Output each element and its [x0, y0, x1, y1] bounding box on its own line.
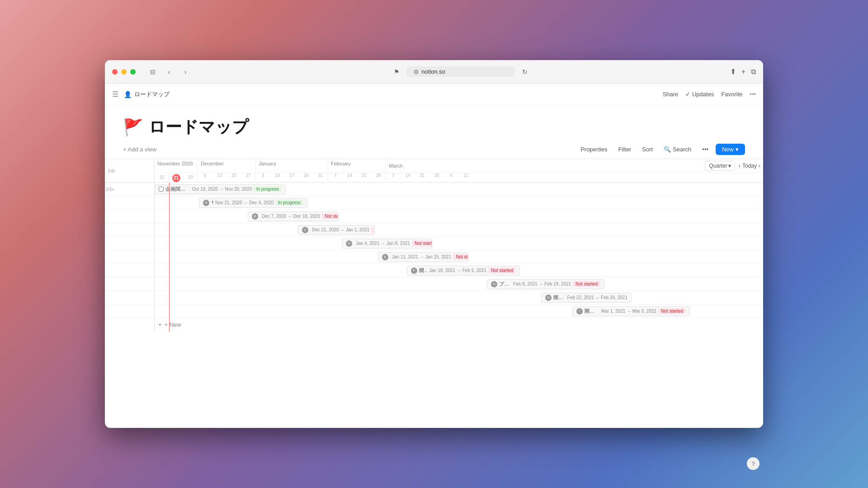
timeline-bars-area: ▷▷ 企画関連の記事を30件書く Oct 19, 2020 → Nov 20, … — [105, 183, 763, 332]
row-content-3: B プロダクト開発実践ガイドの企画編を書く Dec 7, 2020 → Dec … — [155, 210, 763, 223]
date-17: 17 — [285, 173, 299, 182]
properties-label: Properties — [580, 146, 607, 153]
table-row: I 開発関連の本のレビューを3件書く Mar 1, 2021 → Mar 5, … — [105, 305, 763, 318]
favorite-label: Favorite — [721, 91, 742, 98]
app-header-right: Share ✓ Updates Favorite ••• — [663, 91, 756, 98]
filter-button[interactable]: Filter — [614, 144, 635, 155]
row-label-9 — [105, 291, 155, 304]
month-nov-2020: November 2020 — [155, 159, 198, 173]
task-bar-5[interactable]: D 企画関連の本のレビューを3件書く Jan 4, 2021 → Jan 8, … — [342, 239, 432, 249]
traffic-lights — [112, 69, 136, 75]
table-row: C 企画関連の単語を30件書く Dec 21, 2020 → Jan 1, 20… — [105, 223, 763, 237]
close-button[interactable] — [112, 69, 118, 75]
title-bar-right: ⬆ + ⧉ — [730, 67, 756, 76]
timeline-months-header: November 2020 December January February … — [155, 159, 763, 182]
new-task-row: + + New — [105, 318, 763, 332]
hamburger-icon[interactable]: ☰ — [112, 90, 118, 99]
view-actions: Properties Filter Sort 🔍 Search ••• New — [577, 144, 745, 155]
more-options-button[interactable]: ••• — [698, 144, 712, 155]
month-march: March Quarter ▾ ‹ Today › — [386, 159, 763, 173]
date-m21: 21 — [415, 173, 429, 182]
task-bar-3[interactable]: B プロダクト開発実践ガイドの企画編を書く Dec 7, 2020 → Dec … — [248, 211, 338, 221]
task-bar-8[interactable]: G プロダクト開発実践ガイドの開発編を書く Feb 8, 2021 → Feb … — [487, 279, 604, 289]
page-title: 🚩 ロードマップ — [123, 116, 745, 138]
help-button[interactable]: ? — [747, 457, 760, 470]
nav-left-icon[interactable]: ‹ — [739, 163, 741, 169]
task-bar-10[interactable]: I 開発関連の本のレビューを3件書く Mar 1, 2021 → Mar 5, … — [572, 306, 690, 316]
title-bar-controls: ⊟ ‹ › — [146, 66, 192, 78]
tab-overview-icon[interactable]: ⧉ — [751, 68, 756, 76]
collapse-rows-icon[interactable]: ▷▷ — [108, 168, 116, 174]
task-status-1: In progress — [254, 186, 282, 192]
date-31: 31 — [313, 173, 328, 182]
row-collapse-icon[interactable]: ▷▷ — [107, 186, 114, 192]
task-bar-2[interactable]: A サイト全体をリニューアルする Nov 21, 2020 → Dec 4, 2… — [199, 198, 307, 208]
date-28: 28 — [371, 173, 386, 182]
date-m14: 14 — [401, 173, 415, 182]
row-label-8 — [105, 277, 155, 291]
month-feb: February — [328, 159, 386, 173]
properties-button[interactable]: Properties — [577, 144, 611, 155]
fullscreen-button[interactable] — [130, 69, 136, 75]
today-button[interactable]: ‹ Today › — [739, 163, 760, 169]
new-tab-icon[interactable]: + — [741, 68, 745, 76]
share-button[interactable]: Share — [663, 91, 679, 98]
sort-button[interactable]: Sort — [638, 144, 656, 155]
task-date-4: Dec 21, 2020 → Jan 1, 2021 — [312, 227, 369, 232]
task-bar-7[interactable]: F 開発関連の記事を15件書く Jan 18, 2021 → Feb 5, 20… — [407, 266, 520, 276]
date-m4: 4 — [444, 173, 458, 182]
row-content-4: C 企画関連の単語を30件書く Dec 21, 2020 → Jan 1, 20… — [155, 223, 763, 236]
task-date-8: Feb 8, 2021 → Feb 19, 2021 — [513, 282, 571, 286]
row-label-1: ▷▷ — [105, 183, 155, 196]
new-task-button[interactable]: + + New — [155, 318, 763, 332]
row-content-2: A サイト全体をリニューアルする Nov 21, 2020 → Dec 4, 2… — [155, 196, 763, 209]
quarter-button[interactable]: Quarter ▾ — [705, 161, 735, 171]
url-text: notion.so — [421, 68, 445, 75]
task-checkbox-1[interactable] — [159, 187, 164, 192]
favorite-button[interactable]: Favorite — [721, 91, 742, 98]
task-avatar-6: E — [382, 254, 388, 260]
date-7: 7 — [328, 173, 343, 182]
task-bar-9[interactable]: H 開発関連の単語を15件書く Feb 22, 2021 → Feb 26, 2… — [541, 293, 632, 303]
app-header-left: ☰ 👤 ロードマップ — [112, 90, 663, 99]
timeline-label-header: ▷▷ — [105, 159, 155, 182]
row-content-1: 企画関連の記事を30件書く Oct 19, 2020 → Nov 20, 202… — [155, 183, 763, 196]
table-row: D 企画関連の本のレビューを3件書く Jan 4, 2021 → Jan 8, … — [105, 237, 763, 250]
task-avatar-3: B — [252, 213, 258, 220]
task-bar-6[interactable]: E 記事広告を3件書く Jan 11, 2021 → Jan 15, 2021 … — [378, 252, 468, 262]
timeline-header: ▷▷ November 2020 December January Februa… — [105, 159, 763, 183]
refresh-button[interactable]: ↻ — [519, 66, 531, 78]
search-button[interactable]: 🔍 Search — [660, 144, 695, 155]
updates-button[interactable]: ✓ Updates — [685, 91, 714, 98]
task-text-7: 開発関連の記事を15件書く — [419, 267, 427, 274]
timeline-nav: Quarter ▾ ‹ Today › — [705, 161, 760, 171]
task-bar-1[interactable]: 企画関連の記事を30件書く Oct 19, 2020 → Nov 20, 202… — [155, 184, 286, 194]
share-browser-icon[interactable]: ⬆ — [730, 67, 736, 76]
new-label: New — [722, 146, 734, 153]
task-bar-4[interactable]: C 企画関連の単語を30件書く Dec 21, 2020 → Jan 1, 20… — [298, 225, 375, 235]
breadcrumb: 👤 ロードマップ — [124, 90, 170, 99]
row-content-10: I 開発関連の本のレビューを3件書く Mar 1, 2021 → Mar 5, … — [155, 305, 763, 318]
add-view-button[interactable]: + Add a view — [123, 146, 156, 153]
feb-dates: 7 14 21 28 — [328, 173, 386, 182]
month-jan: January — [256, 159, 328, 173]
dec-dates: 6 13 20 27 — [198, 173, 256, 182]
more-button[interactable]: ••• — [750, 91, 756, 98]
back-button[interactable]: ‹ — [163, 66, 175, 78]
task-avatar-8: G — [491, 281, 497, 287]
url-display[interactable]: ⊙ notion.so — [406, 66, 515, 77]
minimize-button[interactable] — [121, 69, 127, 75]
row-label-2 — [105, 196, 155, 209]
task-status-5: Not started — [412, 240, 432, 246]
filter-label: Filter — [618, 146, 631, 153]
new-button[interactable]: New ▾ — [716, 144, 745, 155]
table-row: H 開発関連の単語を15件書く Feb 22, 2021 → Feb 26, 2… — [105, 291, 763, 305]
nav-right-icon[interactable]: › — [759, 163, 760, 169]
forward-button[interactable]: › — [179, 66, 192, 78]
date-10: 10 — [270, 173, 285, 182]
date-21: 21 — [357, 173, 372, 182]
task-avatar-2: A — [203, 200, 209, 206]
today-line — [169, 183, 170, 332]
sidebar-toggle-icon[interactable]: ⊟ — [146, 66, 159, 78]
table-row: A サイト全体をリニューアルする Nov 21, 2020 → Dec 4, 2… — [105, 196, 763, 210]
